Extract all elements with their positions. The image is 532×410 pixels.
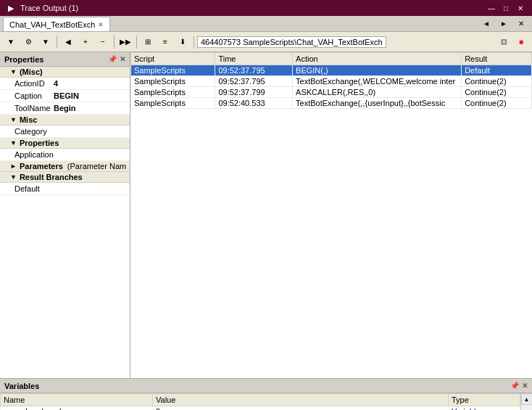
prop-name-default: Default [0, 184, 51, 194]
prop-value-category [51, 126, 57, 136]
var-col-name: Name [1, 394, 153, 406]
toolbar-view-btn[interactable]: ⊡ [496, 34, 512, 50]
tab-close-icon[interactable]: ✕ [98, 21, 104, 28]
toolbar-grid-btn[interactable]: ⊞ [140, 34, 156, 50]
minimize-button[interactable]: — [486, 2, 497, 14]
toolbar-stop-btn[interactable]: ■ [513, 34, 529, 50]
prop-group-properties-label: Properties [20, 139, 59, 147]
list-item[interactable]: __abandoned0Variable [1, 406, 520, 411]
title-bar-left: ▶ Trace Output (1) [6, 3, 78, 13]
toolbar-sep-2 [114, 36, 115, 49]
trace-col-action: Action [293, 53, 462, 65]
close-button[interactable]: ✕ [515, 2, 526, 14]
prop-value-default [51, 184, 57, 194]
prop-group-result-branches[interactable]: ▼ Result Branches [0, 172, 130, 183]
main-content: Properties 📌 ✕ ▼ (Misc) ActionID 4 Capti… [0, 52, 532, 378]
var-col-type: Type [448, 394, 520, 406]
toolbar-add-btn[interactable]: + [78, 34, 93, 50]
prop-group-result-branches-label: Result Branches [20, 173, 83, 181]
trace-col-script: Script [131, 53, 215, 65]
prop-value-application [51, 149, 57, 160]
tab-label: Chat_VAH_TextBotExch [9, 20, 95, 29]
toolbar-dropdown-btn[interactable]: ▼ [3, 34, 19, 50]
toolbar-sep-3 [136, 36, 137, 49]
table-row[interactable]: SampleScripts09:52:37.795TextBotExchange… [131, 76, 532, 87]
prop-name-actionid: ActionID [0, 78, 51, 89]
toolbar-remove-btn[interactable]: − [95, 34, 111, 50]
variables-header-label: Variables [4, 382, 39, 390]
toolbar: ▼ ⚙ ▼ ◀ + − ▶▶ ⊞ ≡ ⬇ 464407573 SampleScr… [0, 32, 532, 52]
misc2-expand-icon: ▼ [10, 116, 17, 123]
variables-header-row: Name Value Type [1, 394, 520, 406]
table-row[interactable]: SampleScripts09:52:37.799ASKCALLER(,RES,… [131, 87, 532, 98]
prop-name-application: Application [0, 149, 51, 160]
tab-nav-right-button[interactable]: ► [496, 15, 512, 31]
properties-header: Properties 📌 ✕ [0, 52, 130, 67]
toolbar-sep-1 [57, 36, 57, 49]
prop-group-misc2[interactable]: ▼ Misc [0, 115, 130, 126]
toolbar-back-btn[interactable]: ◀ [60, 34, 76, 50]
maximize-button[interactable]: □ [500, 2, 512, 14]
prop-name-parameters: Parameters [20, 162, 63, 171]
trace-header-row: Script Time Action Result [131, 53, 532, 65]
prop-row-toolname: ToolName Begin [0, 102, 130, 115]
prop-name-caption: Caption [0, 91, 51, 101]
title-bar-controls: — □ ✕ [486, 2, 526, 14]
toolbar-script-path: 464407573 SampleScripts\Chat_VAH_TextBot… [197, 36, 386, 48]
variables-table-container: Name Value Type __abandoned0Variable__ac… [0, 393, 532, 410]
prop-value-actionid: 4 [51, 78, 61, 89]
tab-nav-left-button[interactable]: ◄ [478, 15, 494, 31]
toolbar-download-btn[interactable]: ⬇ [175, 34, 191, 50]
prop-value-parameters: (Parameter Nam [67, 162, 126, 171]
table-row[interactable]: SampleScripts09:52:40.533TextBotExchange… [131, 98, 532, 109]
trace-col-time: Time [215, 53, 293, 65]
variables-pin-icon[interactable]: 📌 [510, 382, 519, 390]
properties-panel: Properties 📌 ✕ ▼ (Misc) ActionID 4 Capti… [0, 52, 130, 378]
result-branches-expand-icon: ▼ [10, 173, 17, 181]
variables-table-body: __abandoned0Variable__acwoutstate0Variab… [1, 406, 520, 411]
prop-row-actionid: ActionID 4 [0, 78, 130, 90]
trace-table-header: Script Time Action Result [131, 53, 532, 65]
tab-close-all-button[interactable]: ✕ [513, 15, 529, 31]
properties-expand-icon: ▼ [10, 139, 17, 147]
toolbar-sep-4 [194, 36, 194, 49]
prop-group-properties[interactable]: ▼ Properties [0, 138, 130, 149]
toolbar-list-btn[interactable]: ≡ [157, 34, 173, 50]
tab-chat-vah[interactable]: Chat_VAH_TextBotExch ✕ [3, 17, 110, 31]
title-bar: ▶ Trace Output (1) — □ ✕ [0, 0, 532, 16]
parameters-expand-icon: ► [10, 163, 17, 170]
var-col-value: Value [153, 394, 449, 406]
tab-bar: Chat_VAH_TextBotExch ✕ ◄ ► ✕ [0, 16, 532, 32]
toolbar-dropdown2-btn[interactable]: ▼ [38, 34, 54, 50]
prop-row-default: Default [0, 183, 130, 195]
trace-table: Script Time Action Result SampleScripts0… [130, 52, 532, 109]
table-row[interactable]: SampleScripts09:52:37.795BEGIN(,)Default [131, 65, 532, 76]
variables-table-header: Name Value Type [1, 394, 520, 406]
scrollbar-up-arrow[interactable]: ▲ [521, 393, 533, 405]
title-text: Trace Output (1) [20, 4, 78, 12]
prop-name-toolname: ToolName [0, 103, 51, 113]
trace-col-result: Result [462, 53, 532, 65]
prop-group-misc2-label: Misc [20, 115, 37, 124]
prop-value-toolname: Begin [51, 103, 79, 113]
prop-group-parameters[interactable]: ► Parameters (Parameter Nam [0, 161, 130, 172]
variables-table: Name Value Type __abandoned0Variable__ac… [0, 393, 520, 410]
prop-name-category: Category [0, 126, 51, 136]
trace-scroll[interactable]: Script Time Action Result SampleScripts0… [130, 52, 532, 378]
variables-header: Variables 📌 ✕ [0, 379, 532, 393]
variables-header-icons: 📌 ✕ [510, 382, 528, 390]
prop-row-application: Application [0, 149, 130, 161]
variables-close-icon[interactable]: ✕ [522, 382, 528, 390]
properties-tree: ▼ (Misc) ActionID 4 Caption BEGIN ToolNa… [0, 67, 130, 378]
app-icon: ▶ [6, 3, 16, 13]
properties-close-icon[interactable]: ✕ [120, 55, 125, 63]
toolbar-play-btn[interactable]: ▶▶ [117, 34, 133, 50]
misc-expand-icon: ▼ [10, 68, 17, 75]
toolbar-settings-btn[interactable]: ⚙ [20, 34, 36, 50]
prop-group-misc-label: (Misc) [20, 67, 43, 76]
variables-scrollbar[interactable]: ▲ ▼ [520, 393, 532, 410]
variables-scroll[interactable]: Name Value Type __abandoned0Variable__ac… [0, 393, 520, 410]
prop-group-misc[interactable]: ▼ (Misc) [0, 67, 130, 78]
trace-table-body: SampleScripts09:52:37.795BEGIN(,)Default… [131, 65, 532, 109]
properties-pin-icon[interactable]: 📌 [108, 55, 117, 63]
